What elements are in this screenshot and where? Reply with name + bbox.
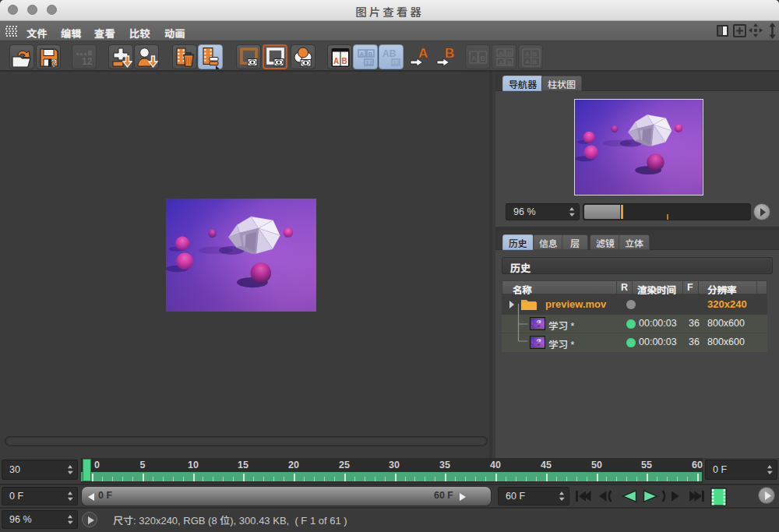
svg-text:A: A — [360, 51, 365, 58]
svg-text:B: B — [507, 59, 512, 66]
svg-text:A: A — [525, 58, 530, 65]
svg-text:?: ? — [51, 57, 58, 69]
svg-text:B: B — [533, 51, 538, 58]
svg-text:A: A — [499, 50, 503, 57]
svg-text:12: 12 — [82, 56, 93, 67]
svg-text:A: A — [418, 46, 428, 61]
svg-text:12: 12 — [366, 59, 372, 66]
svg-text:A: A — [499, 59, 503, 66]
svg-text:A: A — [333, 57, 339, 65]
svg-text:B: B — [445, 46, 454, 61]
svg-text:12: 12 — [393, 59, 400, 66]
svg-text:B: B — [533, 58, 538, 65]
svg-text:B: B — [342, 57, 347, 65]
svg-text:A: A — [471, 55, 477, 62]
svg-text:B: B — [481, 55, 486, 62]
svg-text:B: B — [507, 50, 512, 57]
svg-text:AB: AB — [382, 48, 397, 59]
svg-text:B: B — [368, 51, 373, 58]
svg-text:A: A — [525, 51, 530, 58]
